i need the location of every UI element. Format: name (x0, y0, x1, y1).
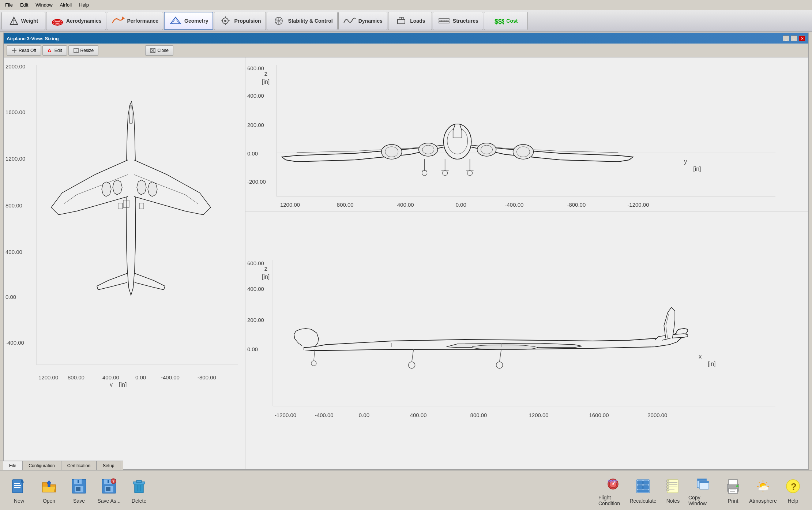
save-icon (69, 477, 89, 496)
svg-text:1200.00: 1200.00 (280, 202, 300, 208)
new-button[interactable]: New (4, 474, 34, 506)
perf-icon (112, 16, 125, 26)
toolbar-weight[interactable]: Weight (1, 12, 45, 30)
menu-airfoil[interactable]: Airfoil (56, 1, 76, 8)
stab-icon (271, 16, 286, 26)
toolbar-geometry[interactable]: Geometry (164, 12, 213, 30)
saveas-button[interactable]: ? Save As... (94, 474, 124, 506)
toolbar-propulsion[interactable]: Propulsion (214, 12, 266, 30)
minimize-button[interactable]: _ (783, 35, 789, 41)
readoff-button[interactable]: Read Off (7, 45, 41, 56)
svg-text:?: ? (112, 480, 114, 484)
delete-button[interactable]: Delete (124, 474, 154, 506)
open-icon (40, 477, 59, 496)
tab-certification[interactable]: Certification (61, 461, 97, 470)
print-button[interactable]: Print (718, 474, 748, 506)
svg-text:600.00: 600.00 (247, 65, 264, 71)
svg-rect-51 (139, 203, 144, 209)
toolbar-loads[interactable]: Loads (388, 12, 432, 30)
menu-edit[interactable]: Edit (16, 1, 32, 8)
svg-text:-800.00: -800.00 (567, 202, 586, 208)
svg-text:-400.00: -400.00 (5, 340, 24, 346)
close-button[interactable]: ✕ (799, 35, 805, 41)
bottom-tabs-row: File Configuration Certification Setup (0, 461, 123, 470)
svg-rect-145 (638, 481, 643, 484)
svg-text:800.00: 800.00 (337, 202, 354, 208)
maximize-button[interactable]: □ (791, 35, 797, 41)
svg-point-77 (477, 143, 496, 156)
svg-text:1600.00: 1600.00 (589, 412, 609, 418)
svg-text:0.00: 0.00 (247, 346, 258, 352)
tab-file[interactable]: File (3, 461, 22, 470)
close-btn[interactable]: Close (145, 45, 173, 56)
toolbar-structures[interactable]: Structures (433, 12, 483, 30)
tab-setup[interactable]: Setup (97, 461, 120, 470)
flightcond-button[interactable]: Flight Condition (598, 474, 628, 506)
side-view-svg: 600.00 400.00 200.00 0.00 z [in] -1200.0… (245, 211, 808, 469)
atmo-icon (753, 477, 772, 496)
svg-text:A: A (48, 48, 51, 53)
aero-icon (51, 16, 64, 26)
help-button[interactable]: ? Help (778, 474, 808, 506)
resize-button[interactable]: Resize (68, 45, 99, 56)
svg-rect-126 (78, 480, 79, 483)
window-title: Airplane 3-View: Sizing (7, 36, 59, 41)
svg-text:400.00: 400.00 (247, 93, 264, 99)
svg-text:-1200.00: -1200.00 (275, 412, 296, 418)
svg-text:400.00: 400.00 (397, 202, 414, 208)
help-icon: ? (783, 477, 802, 496)
recalculate-button[interactable]: Recalculate (628, 474, 658, 506)
svg-rect-148 (643, 485, 649, 489)
toolbar-cost[interactable]: $$$ Cost (484, 12, 528, 30)
toolbar-stability[interactable]: Stability & Control (267, 12, 338, 30)
svg-text:[in]: [in] (708, 361, 715, 367)
svg-rect-125 (76, 487, 80, 491)
svg-marker-6 (122, 16, 125, 19)
open-button[interactable]: Open (34, 474, 64, 506)
svg-text:200.00: 200.00 (247, 122, 264, 128)
svg-point-113 (311, 361, 316, 366)
canvas-area: 2000.00 1600.00 1200.00 800.00 400.00 0.… (4, 57, 808, 469)
svg-point-111 (496, 362, 503, 368)
svg-rect-50 (118, 203, 123, 209)
svg-text:x: x (699, 353, 702, 360)
svg-text:400.00: 400.00 (5, 249, 22, 255)
menu-help[interactable]: Help (75, 1, 93, 8)
svg-rect-162 (699, 481, 709, 483)
notes-button[interactable]: Notes (658, 474, 688, 506)
svg-text:0.00: 0.00 (5, 294, 16, 300)
geo-icon (169, 16, 182, 26)
top-toolbar: Weight Aerodynamics Performance Geometry (0, 10, 812, 32)
svg-text:z: z (264, 71, 267, 77)
toolbar-dynamics[interactable]: Dynamics (338, 12, 387, 30)
menubar: File Edit Window Airfoil Help (0, 0, 812, 10)
copywindow-button[interactable]: Copy Window (688, 474, 718, 506)
menu-file[interactable]: File (1, 1, 16, 8)
svg-rect-119 (14, 485, 21, 486)
svg-point-109 (409, 362, 415, 368)
dyn-icon (343, 16, 356, 26)
weight-icon (9, 16, 19, 26)
edit-button[interactable]: A Edit (42, 45, 67, 56)
prop-icon (219, 16, 232, 26)
resize-icon (73, 48, 79, 53)
svg-line-176 (766, 482, 767, 483)
new-icon (10, 477, 29, 496)
bottom-toolbar: New Open Save (0, 470, 812, 510)
menu-window[interactable]: Window (32, 1, 56, 8)
svg-text:0.00: 0.00 (456, 202, 466, 208)
save-button[interactable]: Save (64, 474, 94, 506)
svg-line-108 (412, 349, 414, 362)
svg-rect-149 (638, 490, 649, 492)
svg-text:[in]: [in] (693, 166, 701, 172)
svg-text:400.00: 400.00 (247, 286, 264, 292)
svg-text:600.00: 600.00 (247, 260, 264, 266)
svg-text:200.00: 200.00 (247, 317, 264, 323)
atmosphere-button[interactable]: Atmosphere (748, 474, 778, 506)
toolbar-aero[interactable]: Aerodynamics (46, 12, 106, 30)
toolbar-perf[interactable]: Performance (107, 12, 163, 30)
svg-text:0.00: 0.00 (359, 412, 369, 418)
svg-line-112 (314, 349, 315, 360)
tab-configuration[interactable]: Configuration (22, 461, 61, 470)
svg-line-174 (759, 482, 760, 483)
